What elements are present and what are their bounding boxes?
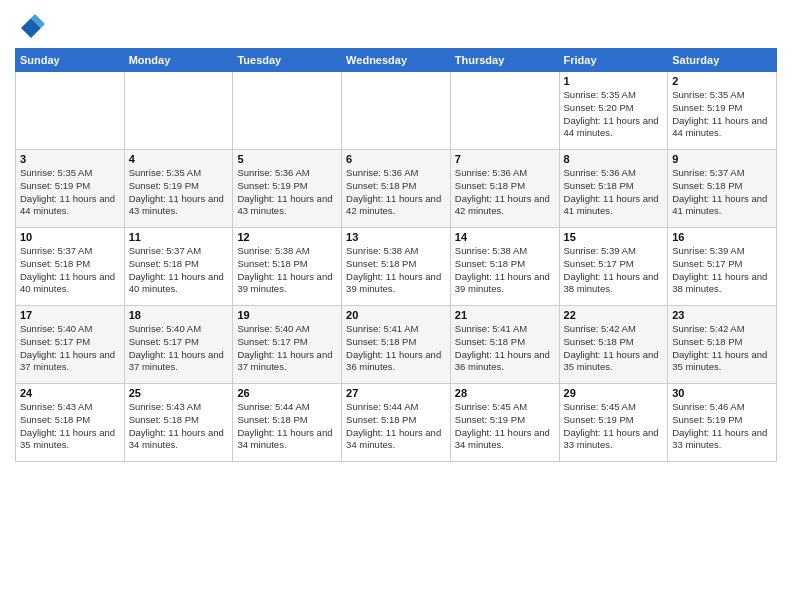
weekday-wednesday: Wednesday [342, 49, 451, 72]
day-number: 22 [564, 309, 664, 321]
calendar-cell: 15Sunrise: 5:39 AMSunset: 5:17 PMDayligh… [559, 228, 668, 306]
calendar-cell: 24Sunrise: 5:43 AMSunset: 5:18 PMDayligh… [16, 384, 125, 462]
calendar-cell: 6Sunrise: 5:36 AMSunset: 5:18 PMDaylight… [342, 150, 451, 228]
day-number: 28 [455, 387, 555, 399]
calendar-cell: 17Sunrise: 5:40 AMSunset: 5:17 PMDayligh… [16, 306, 125, 384]
day-info: Sunrise: 5:41 AMSunset: 5:18 PMDaylight:… [346, 323, 446, 374]
day-number: 26 [237, 387, 337, 399]
day-number: 7 [455, 153, 555, 165]
weekday-thursday: Thursday [450, 49, 559, 72]
weekday-header-row: SundayMondayTuesdayWednesdayThursdayFrid… [16, 49, 777, 72]
day-info: Sunrise: 5:36 AMSunset: 5:19 PMDaylight:… [237, 167, 337, 218]
day-info: Sunrise: 5:45 AMSunset: 5:19 PMDaylight:… [455, 401, 555, 452]
calendar-cell [342, 72, 451, 150]
calendar-cell [124, 72, 233, 150]
calendar-cell: 1Sunrise: 5:35 AMSunset: 5:20 PMDaylight… [559, 72, 668, 150]
day-info: Sunrise: 5:35 AMSunset: 5:20 PMDaylight:… [564, 89, 664, 140]
day-info: Sunrise: 5:37 AMSunset: 5:18 PMDaylight:… [20, 245, 120, 296]
calendar-week-4: 24Sunrise: 5:43 AMSunset: 5:18 PMDayligh… [16, 384, 777, 462]
day-number: 18 [129, 309, 229, 321]
day-number: 17 [20, 309, 120, 321]
day-number: 2 [672, 75, 772, 87]
calendar-cell: 20Sunrise: 5:41 AMSunset: 5:18 PMDayligh… [342, 306, 451, 384]
day-number: 14 [455, 231, 555, 243]
calendar-cell: 11Sunrise: 5:37 AMSunset: 5:18 PMDayligh… [124, 228, 233, 306]
calendar-cell: 3Sunrise: 5:35 AMSunset: 5:19 PMDaylight… [16, 150, 125, 228]
day-info: Sunrise: 5:41 AMSunset: 5:18 PMDaylight:… [455, 323, 555, 374]
day-number: 1 [564, 75, 664, 87]
calendar-cell: 18Sunrise: 5:40 AMSunset: 5:17 PMDayligh… [124, 306, 233, 384]
calendar-cell: 29Sunrise: 5:45 AMSunset: 5:19 PMDayligh… [559, 384, 668, 462]
day-info: Sunrise: 5:37 AMSunset: 5:18 PMDaylight:… [129, 245, 229, 296]
day-number: 23 [672, 309, 772, 321]
calendar-cell: 9Sunrise: 5:37 AMSunset: 5:18 PMDaylight… [668, 150, 777, 228]
day-info: Sunrise: 5:44 AMSunset: 5:18 PMDaylight:… [237, 401, 337, 452]
day-info: Sunrise: 5:40 AMSunset: 5:17 PMDaylight:… [237, 323, 337, 374]
logo-icon [17, 14, 45, 42]
calendar-cell: 14Sunrise: 5:38 AMSunset: 5:18 PMDayligh… [450, 228, 559, 306]
day-number: 3 [20, 153, 120, 165]
day-number: 12 [237, 231, 337, 243]
day-number: 9 [672, 153, 772, 165]
calendar-cell: 7Sunrise: 5:36 AMSunset: 5:18 PMDaylight… [450, 150, 559, 228]
day-number: 8 [564, 153, 664, 165]
day-info: Sunrise: 5:38 AMSunset: 5:18 PMDaylight:… [455, 245, 555, 296]
day-number: 20 [346, 309, 446, 321]
day-info: Sunrise: 5:35 AMSunset: 5:19 PMDaylight:… [129, 167, 229, 218]
day-info: Sunrise: 5:42 AMSunset: 5:18 PMDaylight:… [564, 323, 664, 374]
weekday-saturday: Saturday [668, 49, 777, 72]
day-info: Sunrise: 5:40 AMSunset: 5:17 PMDaylight:… [20, 323, 120, 374]
day-info: Sunrise: 5:40 AMSunset: 5:17 PMDaylight:… [129, 323, 229, 374]
weekday-sunday: Sunday [16, 49, 125, 72]
day-info: Sunrise: 5:37 AMSunset: 5:18 PMDaylight:… [672, 167, 772, 218]
day-number: 30 [672, 387, 772, 399]
day-number: 13 [346, 231, 446, 243]
day-info: Sunrise: 5:38 AMSunset: 5:18 PMDaylight:… [346, 245, 446, 296]
calendar-week-1: 3Sunrise: 5:35 AMSunset: 5:19 PMDaylight… [16, 150, 777, 228]
day-number: 21 [455, 309, 555, 321]
day-number: 16 [672, 231, 772, 243]
calendar-cell: 22Sunrise: 5:42 AMSunset: 5:18 PMDayligh… [559, 306, 668, 384]
day-info: Sunrise: 5:36 AMSunset: 5:18 PMDaylight:… [455, 167, 555, 218]
logo [15, 14, 45, 42]
day-info: Sunrise: 5:44 AMSunset: 5:18 PMDaylight:… [346, 401, 446, 452]
weekday-friday: Friday [559, 49, 668, 72]
calendar-cell: 25Sunrise: 5:43 AMSunset: 5:18 PMDayligh… [124, 384, 233, 462]
day-info: Sunrise: 5:43 AMSunset: 5:18 PMDaylight:… [129, 401, 229, 452]
day-number: 6 [346, 153, 446, 165]
calendar-cell: 19Sunrise: 5:40 AMSunset: 5:17 PMDayligh… [233, 306, 342, 384]
weekday-tuesday: Tuesday [233, 49, 342, 72]
day-info: Sunrise: 5:36 AMSunset: 5:18 PMDaylight:… [564, 167, 664, 218]
day-info: Sunrise: 5:38 AMSunset: 5:18 PMDaylight:… [237, 245, 337, 296]
calendar-cell: 26Sunrise: 5:44 AMSunset: 5:18 PMDayligh… [233, 384, 342, 462]
calendar-cell: 4Sunrise: 5:35 AMSunset: 5:19 PMDaylight… [124, 150, 233, 228]
calendar-cell [16, 72, 125, 150]
calendar-cell: 13Sunrise: 5:38 AMSunset: 5:18 PMDayligh… [342, 228, 451, 306]
calendar-cell: 12Sunrise: 5:38 AMSunset: 5:18 PMDayligh… [233, 228, 342, 306]
calendar-cell: 28Sunrise: 5:45 AMSunset: 5:19 PMDayligh… [450, 384, 559, 462]
calendar-cell: 30Sunrise: 5:46 AMSunset: 5:19 PMDayligh… [668, 384, 777, 462]
day-info: Sunrise: 5:36 AMSunset: 5:18 PMDaylight:… [346, 167, 446, 218]
day-number: 11 [129, 231, 229, 243]
day-info: Sunrise: 5:35 AMSunset: 5:19 PMDaylight:… [672, 89, 772, 140]
day-number: 10 [20, 231, 120, 243]
day-number: 29 [564, 387, 664, 399]
day-info: Sunrise: 5:46 AMSunset: 5:19 PMDaylight:… [672, 401, 772, 452]
calendar-week-2: 10Sunrise: 5:37 AMSunset: 5:18 PMDayligh… [16, 228, 777, 306]
day-info: Sunrise: 5:39 AMSunset: 5:17 PMDaylight:… [672, 245, 772, 296]
day-info: Sunrise: 5:35 AMSunset: 5:19 PMDaylight:… [20, 167, 120, 218]
day-info: Sunrise: 5:39 AMSunset: 5:17 PMDaylight:… [564, 245, 664, 296]
day-info: Sunrise: 5:43 AMSunset: 5:18 PMDaylight:… [20, 401, 120, 452]
day-number: 24 [20, 387, 120, 399]
calendar-cell: 5Sunrise: 5:36 AMSunset: 5:19 PMDaylight… [233, 150, 342, 228]
day-number: 5 [237, 153, 337, 165]
day-number: 15 [564, 231, 664, 243]
calendar-cell: 8Sunrise: 5:36 AMSunset: 5:18 PMDaylight… [559, 150, 668, 228]
calendar-week-0: 1Sunrise: 5:35 AMSunset: 5:20 PMDaylight… [16, 72, 777, 150]
day-info: Sunrise: 5:42 AMSunset: 5:18 PMDaylight:… [672, 323, 772, 374]
day-number: 27 [346, 387, 446, 399]
day-info: Sunrise: 5:45 AMSunset: 5:19 PMDaylight:… [564, 401, 664, 452]
day-number: 25 [129, 387, 229, 399]
calendar-cell [233, 72, 342, 150]
day-number: 19 [237, 309, 337, 321]
